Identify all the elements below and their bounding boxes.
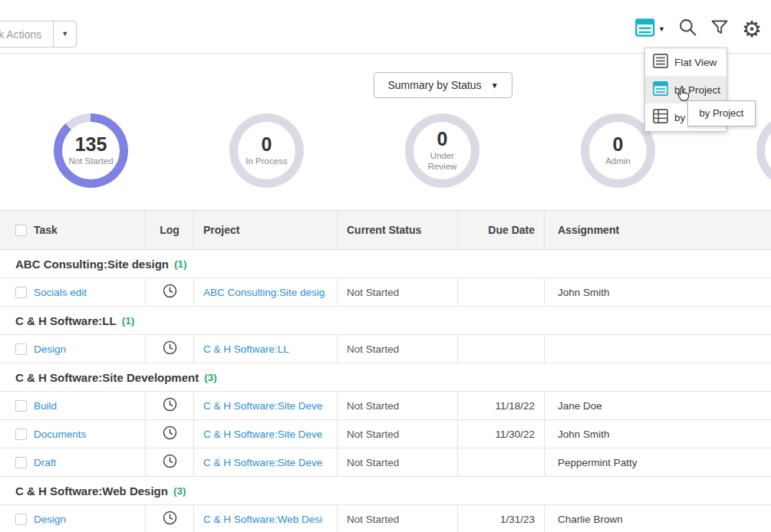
- task-row: DesignC & H Software:Web DesiNot Started…: [0, 505, 771, 532]
- status-text: Not Started: [347, 287, 399, 298]
- task-cell: Design: [0, 505, 146, 532]
- chevron-down-icon: ▼: [491, 81, 499, 90]
- task-row: DesignC & H Software:LLNot Started: [0, 335, 771, 363]
- search-button[interactable]: [678, 18, 697, 40]
- search-icon: [678, 18, 697, 40]
- group-row-c-h-software-site-development: C & H Software:Site Development(3): [0, 363, 771, 392]
- status-donut-in-process: 0In Process: [229, 113, 304, 188]
- status-text: Not Started: [347, 514, 399, 525]
- status-cell: Not Started: [338, 392, 458, 419]
- task-row: DraftC & H Software:Site DeveNot Started…: [0, 448, 771, 477]
- task-checkbox[interactable]: [15, 457, 27, 468]
- summary-by-status-dropdown[interactable]: Summary by Status ▼: [374, 72, 512, 98]
- bulk-actions-button[interactable]: Bulk Actions ▼: [0, 21, 77, 48]
- column-header-due-date: Due Date: [458, 211, 545, 249]
- donut-label: Under Review: [417, 151, 468, 171]
- status-donut-under-review: 0Under Review: [405, 113, 479, 188]
- status-text: Not Started: [347, 343, 399, 355]
- task-checkbox[interactable]: [15, 400, 27, 412]
- time-log-clock-icon[interactable]: [163, 425, 177, 442]
- task-checkbox[interactable]: [15, 287, 27, 298]
- task-link[interactable]: Design: [34, 343, 66, 355]
- project-link[interactable]: C & H Software:Web Desi: [203, 514, 322, 525]
- donut-hole: 0Admin: [589, 122, 647, 179]
- project-link[interactable]: C & H Software:Site Deve: [203, 400, 322, 412]
- task-checkbox[interactable]: [15, 514, 27, 525]
- assignment-cell: Charlie Brown: [545, 505, 771, 532]
- donut-hole: 0In Process: [238, 122, 295, 179]
- select-all-checkbox[interactable]: [15, 225, 27, 236]
- column-header-label: Project: [203, 224, 239, 236]
- status-cell: Not Started: [338, 278, 458, 306]
- project-link[interactable]: C & H Software:Site Deve: [203, 457, 322, 468]
- group-task-count: (3): [204, 372, 217, 383]
- due-date-text: 11/30/22: [495, 429, 535, 440]
- assignment-text: Charlie Brown: [558, 514, 623, 525]
- group-task-count: (1): [174, 258, 187, 270]
- task-link[interactable]: Design: [34, 514, 66, 525]
- status-cell: Not Started: [338, 448, 458, 476]
- filter-button[interactable]: [710, 18, 729, 40]
- group-name: ABC Consulting:Site design: [15, 258, 169, 271]
- donut-label: Not Started: [68, 156, 113, 166]
- status-cell: Not Started: [338, 420, 458, 448]
- table-body: ABC Consulting:Site design(1)Socials edi…: [0, 250, 771, 532]
- project-cell: C & H Software:LL: [194, 335, 338, 363]
- log-cell: [146, 278, 194, 306]
- view-switcher-button[interactable]: ▼: [635, 18, 665, 40]
- view-menu-item-label: by Project: [674, 84, 720, 96]
- view-menu-item-by-project[interactable]: by Project: [645, 76, 727, 103]
- log-cell: [146, 448, 194, 476]
- project-link[interactable]: C & H Software:Site Deve: [203, 429, 322, 440]
- project-cell: ABC Consulting:Site desig: [194, 278, 338, 306]
- status-cell: Not Started: [338, 505, 458, 532]
- due-date-cell: 11/18/22: [458, 392, 545, 419]
- task-cell: Build: [0, 392, 146, 419]
- time-log-clock-icon[interactable]: [163, 454, 177, 471]
- task-link[interactable]: Socials edit: [34, 287, 87, 298]
- time-log-clock-icon[interactable]: [163, 511, 177, 527]
- gear-icon: ⚙: [742, 19, 762, 39]
- task-link[interactable]: Build: [34, 400, 57, 412]
- due-date-cell: [458, 278, 545, 306]
- view-menu-item-flat-view[interactable]: Flat View: [645, 48, 727, 76]
- project-cell: C & H Software:Web Desi: [194, 505, 338, 532]
- group-row-c-h-software-ll: C & H Software:LL(1): [0, 307, 771, 335]
- task-link[interactable]: Documents: [34, 429, 86, 440]
- due-date-cell: 1/31/23: [458, 505, 545, 532]
- log-cell: [146, 392, 194, 419]
- view-menu-tooltip: by Project: [687, 100, 756, 126]
- flat-list-icon: [653, 54, 668, 71]
- summary-dropdown-label: Summary by Status: [387, 79, 481, 91]
- donut-value: 0: [262, 135, 272, 154]
- task-checkbox[interactable]: [15, 343, 27, 355]
- tasks-table: TaskLogProjectCurrent StatusDue DateAssi…: [0, 210, 771, 532]
- chevron-down-icon: ▼: [658, 25, 665, 33]
- column-header-project: Project: [194, 211, 338, 249]
- donut-value: 0: [613, 135, 624, 154]
- donut-hole: [765, 122, 771, 179]
- table-header-row: TaskLogProjectCurrent StatusDue DateAssi…: [0, 210, 771, 250]
- group-row-abc-consulting-site-design: ABC Consulting:Site design(1): [0, 250, 771, 278]
- assignment-cell: [545, 335, 771, 363]
- donut-label: In Process: [245, 156, 287, 166]
- table-rows-icon: [653, 109, 668, 126]
- bulk-actions-caret-icon[interactable]: ▼: [53, 21, 76, 47]
- donut-value: 135: [75, 135, 107, 154]
- column-header-task: Task: [0, 211, 146, 249]
- time-log-clock-icon[interactable]: [163, 340, 177, 357]
- project-link[interactable]: C & H Software:LL: [203, 343, 289, 355]
- assignment-text: John Smith: [558, 429, 610, 440]
- task-row: Socials editABC Consulting:Site desigNot…: [0, 278, 771, 307]
- settings-button[interactable]: ⚙: [742, 19, 762, 39]
- time-log-clock-icon[interactable]: [163, 284, 177, 300]
- task-checkbox[interactable]: [15, 429, 27, 440]
- column-header-label: Due Date: [488, 224, 535, 236]
- project-list-icon: [653, 81, 668, 98]
- task-link[interactable]: Draft: [34, 457, 56, 468]
- time-log-clock-icon[interactable]: [163, 397, 177, 414]
- project-link[interactable]: ABC Consulting:Site desig: [203, 287, 325, 298]
- group-name: C & H Software:Web Design: [15, 484, 168, 498]
- group-row-c-h-software-web-design: C & H Software:Web Design(3): [0, 477, 771, 505]
- toolbar-icons: ▼ ⚙: [635, 18, 762, 40]
